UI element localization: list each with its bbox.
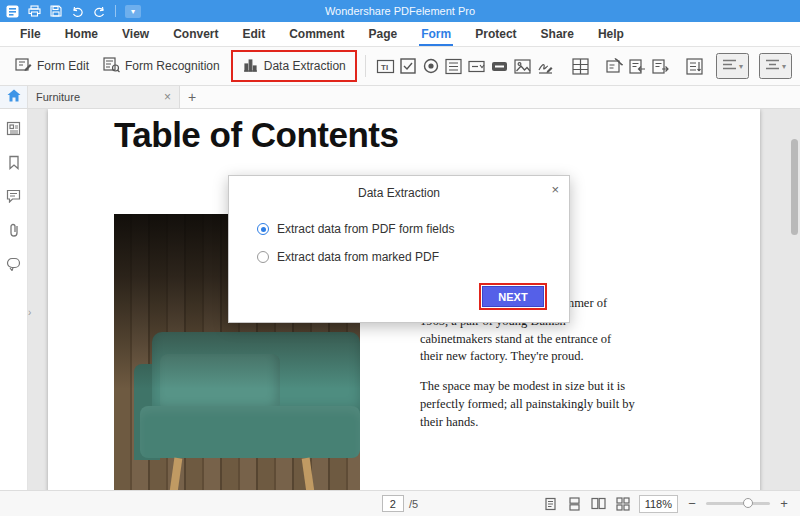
page-total-label: /5	[409, 498, 418, 510]
document-heading: Table of Contents	[114, 115, 398, 155]
attachment-panel-icon[interactable]	[5, 221, 23, 239]
form-recognition-button[interactable]: Form Recognition	[96, 52, 227, 80]
title-bar: ▾ Wondershare PDFelement Pro	[0, 0, 800, 22]
toolbar-divider	[365, 55, 366, 77]
scrollbar-thumb[interactable]	[791, 139, 798, 235]
option-extract-form-fields[interactable]: Extract data from PDF form fields	[257, 222, 569, 236]
zoom-level-value: 118%	[645, 498, 672, 510]
form-edit-icon	[15, 56, 32, 76]
menu-edit[interactable]: Edit	[231, 22, 278, 46]
menu-convert[interactable]: Convert	[161, 22, 230, 46]
document-tab-bar: Furniture × +	[0, 86, 800, 109]
zoom-slider-thumb[interactable]	[743, 498, 753, 508]
next-button-highlight: NEXT	[479, 283, 547, 310]
option-2-label: Extract data from marked PDF	[277, 250, 439, 264]
comment-panel-icon[interactable]	[5, 187, 23, 205]
form-recognition-icon	[103, 56, 120, 76]
form-edit-button[interactable]: Form Edit	[8, 52, 96, 80]
customize-toolbar-chevron-icon[interactable]: ▾	[125, 5, 141, 18]
app-logo-icon	[6, 5, 19, 18]
menu-bar: File Home View Convert Edit Comment Page…	[0, 22, 800, 47]
menu-home[interactable]: Home	[53, 22, 110, 46]
new-tab-button[interactable]: +	[180, 86, 204, 108]
menu-protect[interactable]: Protect	[463, 22, 528, 46]
form-recognition-label: Form Recognition	[125, 59, 220, 73]
menu-help[interactable]: Help	[586, 22, 636, 46]
undo-icon[interactable]	[71, 6, 84, 17]
panel-expander-icon[interactable]: ›	[28, 307, 31, 318]
home-tab-button[interactable]	[0, 86, 28, 108]
titlebar-separator	[115, 5, 116, 17]
align-icon	[722, 58, 737, 74]
continuous-view-icon[interactable]	[567, 496, 583, 512]
data-extraction-icon	[242, 56, 259, 76]
app-window: ▾ Wondershare PDFelement Pro File Home V…	[0, 0, 800, 516]
save-icon[interactable]	[50, 5, 62, 17]
distribute-icon	[765, 58, 780, 74]
zoom-level-select[interactable]: 118%	[639, 495, 678, 513]
dialog-close-icon[interactable]: ×	[551, 182, 559, 197]
dialog-title: Data Extraction	[229, 176, 569, 200]
form-toolbar: Form Edit Form Recognition Data Extracti…	[0, 47, 800, 86]
menu-share[interactable]: Share	[529, 22, 586, 46]
tab-label: Furniture	[36, 91, 158, 103]
single-page-view-icon[interactable]	[543, 496, 559, 512]
stamp-panel-icon[interactable]	[5, 255, 23, 273]
data-extraction-highlight: Data Extraction	[231, 50, 357, 82]
checkbox-field-icon[interactable]	[398, 53, 419, 79]
data-extraction-dialog: Data Extraction × Extract data from PDF …	[228, 175, 570, 323]
next-button[interactable]: NEXT	[482, 286, 544, 307]
data-extraction-button[interactable]: Data Extraction	[235, 52, 353, 80]
home-icon	[7, 89, 21, 105]
align-objects-dropdown[interactable]: ▾	[716, 53, 749, 79]
option-extract-marked-pdf[interactable]: Extract data from marked PDF	[257, 250, 569, 264]
bookmark-panel-icon[interactable]	[5, 153, 23, 171]
edit-fields-icon[interactable]	[570, 53, 591, 79]
zoom-slider[interactable]	[706, 502, 770, 505]
distribute-objects-dropdown[interactable]: ▾	[759, 53, 792, 79]
digital-signature-field-icon[interactable]	[535, 53, 556, 79]
list-box-field-icon[interactable]	[444, 53, 465, 79]
menu-file[interactable]: File	[8, 22, 53, 46]
import-data-icon[interactable]	[627, 53, 648, 79]
zoom-in-button[interactable]: +	[778, 496, 790, 511]
thumbnail-panel-icon[interactable]	[5, 119, 23, 137]
grid-view-icon[interactable]	[615, 496, 631, 512]
tab-furniture[interactable]: Furniture ×	[28, 86, 180, 108]
text-field-icon[interactable]: TI	[375, 53, 396, 79]
page-number-input[interactable]: 2	[382, 495, 404, 512]
data-extraction-label: Data Extraction	[264, 59, 346, 73]
tab-order-icon[interactable]	[684, 53, 705, 79]
svg-text:TI: TI	[381, 62, 388, 71]
tab-close-icon[interactable]: ×	[164, 91, 171, 103]
chevron-down-icon: ▾	[739, 62, 743, 71]
recognition-wand-icon[interactable]	[604, 53, 625, 79]
menu-form[interactable]: Form	[409, 22, 463, 46]
chevron-down-icon: ▾	[782, 62, 786, 71]
two-page-view-icon[interactable]	[591, 496, 607, 512]
radio-selected-icon[interactable]	[257, 223, 269, 235]
combo-box-field-icon[interactable]	[466, 53, 487, 79]
form-edit-label: Form Edit	[37, 59, 89, 73]
image-field-icon[interactable]	[512, 53, 533, 79]
paragraph-2: The space may be modest in size but it i…	[420, 378, 636, 431]
print-icon[interactable]	[28, 5, 41, 17]
zoom-out-button[interactable]: −	[686, 496, 698, 511]
export-data-icon[interactable]	[650, 53, 671, 79]
redo-icon[interactable]	[93, 6, 106, 17]
status-bar: 2 /5 118% − +	[0, 490, 800, 516]
menu-page[interactable]: Page	[357, 22, 410, 46]
radio-unselected-icon[interactable]	[257, 251, 269, 263]
option-1-label: Extract data from PDF form fields	[277, 222, 454, 236]
push-button-field-icon[interactable]	[489, 53, 510, 79]
menu-view[interactable]: View	[110, 22, 161, 46]
vertical-scrollbar[interactable]	[790, 113, 798, 486]
radio-button-field-icon[interactable]	[421, 53, 442, 79]
left-sidebar	[0, 109, 28, 490]
menu-comment[interactable]: Comment	[277, 22, 356, 46]
